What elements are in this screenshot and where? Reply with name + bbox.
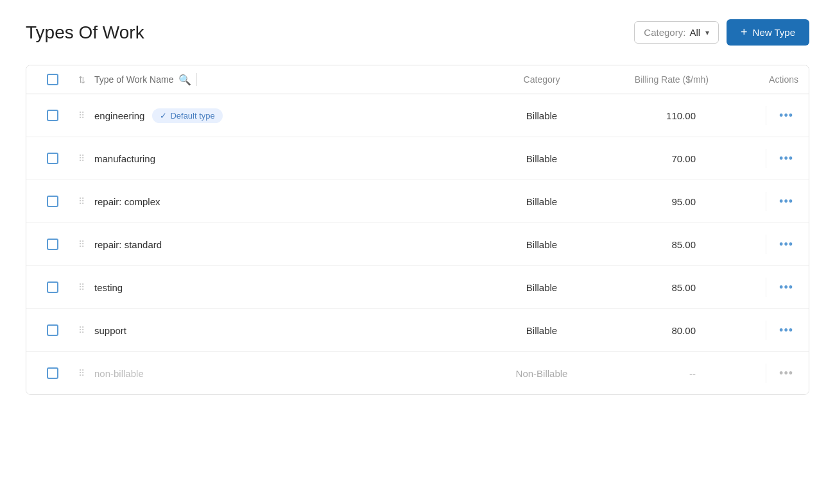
row-checkbox-col [37, 110, 69, 121]
row-actions-col: ••• [721, 235, 798, 254]
more-actions-button[interactable]: ••• [774, 149, 798, 168]
row-name-col: non-billable [94, 368, 490, 379]
select-all-checkbox[interactable] [47, 74, 58, 85]
action-divider [766, 278, 766, 297]
row-billing-rate: 85.00 [671, 282, 709, 293]
row-name-col: testing [94, 282, 490, 293]
page-title: Types Of Work [26, 22, 144, 43]
row-actions: ••• [721, 364, 798, 383]
row-checkbox-col [37, 324, 69, 336]
row-checkbox[interactable] [47, 196, 58, 207]
row-billing-rate: 70.00 [671, 153, 709, 164]
column-divider [196, 73, 197, 86]
row-name-col: engineering ✓ Default type [94, 108, 490, 123]
more-actions-button[interactable]: ••• [774, 106, 798, 125]
actions-column-label: Actions [769, 74, 798, 85]
drag-handle-icon[interactable]: ⠿ [78, 325, 85, 335]
default-badge-label: Default type [170, 111, 214, 121]
drag-handle-col: ⠿ [69, 282, 94, 292]
table-row: ⠿ testing Billable 85.00 ••• [26, 266, 809, 309]
default-type-badge: ✓ Default type [152, 108, 222, 123]
row-name-col: repair: complex [94, 196, 490, 207]
row-category: Billable [526, 153, 557, 164]
select-all-checkbox-col [37, 74, 69, 85]
category-filter-label: Category: [644, 27, 685, 38]
row-billing-rate: 85.00 [671, 239, 709, 250]
row-actions: ••• [721, 235, 798, 254]
table-body: ⠿ engineering ✓ Default type Billable 11… [26, 94, 809, 394]
row-billing-col: 85.00 [593, 282, 721, 293]
row-actions: ••• [721, 321, 798, 340]
row-actions: ••• [721, 278, 798, 297]
new-type-button-label: New Type [753, 27, 795, 38]
row-actions-col: ••• [721, 278, 798, 297]
row-checkbox[interactable] [47, 239, 58, 250]
row-billing-col: 110.00 [593, 110, 721, 121]
row-category: Non-Billable [516, 368, 568, 379]
row-billing-col: 80.00 [593, 325, 721, 336]
more-actions-button[interactable]: ••• [774, 235, 798, 254]
new-type-button[interactable]: + New Type [727, 19, 809, 46]
row-category-col: Billable [490, 110, 593, 121]
row-category-col: Billable [490, 239, 593, 250]
row-category-col: Billable [490, 325, 593, 336]
row-name-col: support [94, 325, 490, 336]
row-billing-rate: 110.00 [666, 110, 709, 121]
header-controls: Category: All ▾ + New Type [634, 19, 809, 46]
billing-column-label: Billing Rate ($/mh) [635, 74, 709, 85]
action-divider [766, 192, 766, 211]
row-checkbox[interactable] [47, 367, 58, 379]
drag-handle-col: ⠿ [69, 368, 94, 378]
row-checkbox[interactable] [47, 281, 58, 293]
action-divider [766, 321, 766, 340]
row-name: repair: standard [94, 239, 162, 250]
category-column-header: Category [490, 74, 593, 85]
row-actions-col: ••• [721, 149, 798, 168]
table-row: ⠿ manufacturing Billable 70.00 ••• [26, 137, 809, 180]
row-category: Billable [526, 110, 557, 121]
row-actions: ••• [721, 149, 798, 168]
more-actions-button[interactable]: ••• [774, 364, 798, 383]
drag-handle-icon[interactable]: ⠿ [78, 239, 85, 249]
search-icon[interactable]: 🔍 [178, 74, 191, 86]
row-name: manufacturing [94, 153, 155, 164]
types-of-work-table: ⇅ Type of Work Name 🔍 Category Billing R… [26, 65, 809, 395]
row-actions-col: ••• [721, 106, 798, 125]
row-category-col: Billable [490, 196, 593, 207]
drag-handle-icon[interactable]: ⠿ [78, 196, 85, 206]
more-actions-button[interactable]: ••• [774, 278, 798, 297]
row-name-col: repair: standard [94, 239, 490, 250]
row-checkbox[interactable] [47, 110, 58, 121]
row-billing-col: 85.00 [593, 239, 721, 250]
row-checkbox-col [37, 281, 69, 293]
table-row: ⠿ engineering ✓ Default type Billable 11… [26, 94, 809, 137]
more-actions-button[interactable]: ••• [774, 321, 798, 340]
drag-handle-icon[interactable]: ⠿ [78, 282, 85, 292]
action-divider [766, 106, 766, 125]
drag-handle-col: ⠿ [69, 153, 94, 164]
sort-icon[interactable]: ⇅ [78, 75, 85, 85]
table-row: ⠿ repair: standard Billable 85.00 ••• [26, 223, 809, 266]
row-name: support [94, 325, 126, 336]
action-divider [766, 149, 766, 168]
row-name: repair: complex [94, 196, 160, 207]
more-actions-button[interactable]: ••• [774, 192, 798, 211]
drag-handle-icon[interactable]: ⠿ [78, 153, 85, 164]
drag-handle-icon[interactable]: ⠿ [78, 110, 85, 121]
billing-column-header: Billing Rate ($/mh) [593, 74, 721, 85]
row-checkbox[interactable] [47, 153, 58, 164]
row-checkbox-col [37, 367, 69, 379]
category-filter-value: All [689, 27, 700, 38]
row-category-col: Billable [490, 153, 593, 164]
row-category: Billable [526, 282, 557, 293]
name-column-header: Type of Work Name 🔍 [94, 73, 490, 86]
row-actions: ••• [721, 106, 798, 125]
page-header: Types Of Work Category: All ▾ + New Type [26, 19, 809, 46]
row-category-col: Non-Billable [490, 368, 593, 379]
chevron-down-icon: ▾ [705, 28, 709, 37]
drag-handle-icon[interactable]: ⠿ [78, 368, 85, 378]
action-divider [766, 364, 766, 383]
row-checkbox[interactable] [47, 324, 58, 336]
row-billing-col: 95.00 [593, 196, 721, 207]
category-filter-dropdown[interactable]: Category: All ▾ [634, 21, 719, 44]
